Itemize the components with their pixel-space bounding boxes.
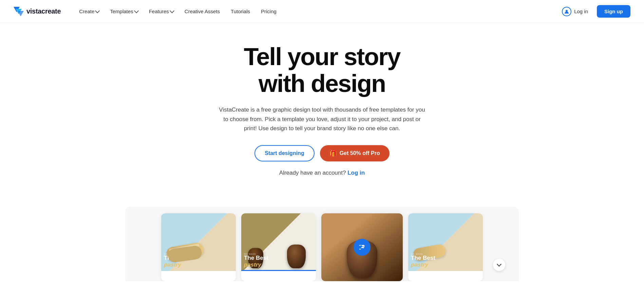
hero-cta-group: Start designing 🎁 Get 50% off Pro bbox=[254, 145, 390, 161]
gift-icon: 🎁 bbox=[329, 150, 337, 157]
preview-window: WE MADE The Best pastry bbox=[125, 207, 519, 281]
card-image-1: WE MADE The Best pastry bbox=[161, 213, 236, 271]
card-image-4: WE MADE The Best pastry bbox=[408, 213, 483, 271]
card-subtitle-1: pastry bbox=[164, 261, 233, 268]
logo-icon bbox=[14, 7, 24, 16]
hero-section: Tell your story with design VistaCreate … bbox=[0, 23, 644, 200]
nav-link-features[interactable]: Features bbox=[144, 6, 178, 17]
nav-item-features: Features bbox=[144, 6, 178, 17]
chevron-down-icon bbox=[134, 8, 139, 13]
hero-login-link[interactable]: Log in bbox=[347, 170, 365, 176]
shuffle-button[interactable] bbox=[354, 239, 371, 256]
card-brand-2: WE MADE bbox=[244, 253, 313, 255]
start-designing-button[interactable]: Start designing bbox=[254, 145, 314, 161]
nav-item-creative-assets: Creative Assets bbox=[180, 6, 225, 17]
preview-card-1: WE MADE The Best pastry bbox=[161, 213, 236, 281]
nav-link-creative-assets[interactable]: Creative Assets bbox=[180, 6, 225, 17]
signup-button[interactable]: Sign up bbox=[597, 5, 630, 18]
scroll-down-button[interactable] bbox=[493, 259, 505, 271]
card-overlay-1: WE MADE The Best pastry bbox=[164, 253, 233, 268]
card-brand-1: WE MADE bbox=[164, 253, 233, 255]
nav-link-pricing[interactable]: Pricing bbox=[256, 6, 281, 17]
card-subtitle-4: pastry bbox=[411, 261, 435, 268]
card-overlay-2: WE MADE The Best pastry bbox=[244, 253, 313, 268]
nav-item-create: Create bbox=[74, 6, 104, 17]
preview-section: WE MADE The Best pastry bbox=[118, 207, 526, 281]
nav-right: Log in Sign up bbox=[557, 4, 630, 19]
nav-link-tutorials[interactable]: Tutorials bbox=[226, 6, 255, 17]
logo[interactable]: vistacreate bbox=[14, 7, 61, 16]
navbar: vistacreate Create Templates Features Cr… bbox=[0, 0, 644, 23]
hero-description: VistaCreate is a free graphic design too… bbox=[217, 105, 427, 133]
card-brand-4: WE MADE bbox=[411, 253, 435, 255]
preview-card-4: WE MADE The Best pastry bbox=[408, 213, 483, 281]
nav-link-create[interactable]: Create bbox=[74, 6, 104, 17]
user-icon bbox=[562, 7, 571, 16]
card-progress-bar bbox=[241, 270, 316, 271]
card-title-4: The Best bbox=[411, 255, 435, 261]
card-subtitle-2: pastry bbox=[244, 261, 313, 268]
card-title-1: The Best bbox=[164, 255, 233, 261]
nav-item-pricing: Pricing bbox=[256, 6, 281, 17]
promo-button[interactable]: 🎁 Get 50% off Pro bbox=[320, 145, 390, 161]
card-image-2: WE MADE The Best pastry bbox=[241, 213, 316, 271]
chevron-down-icon bbox=[170, 8, 174, 13]
nav-item-tutorials: Tutorials bbox=[226, 6, 255, 17]
shuffle-icon bbox=[358, 244, 366, 251]
preview-card-2: WE MADE The Best pastry bbox=[241, 213, 316, 281]
logo-wordmark: vistacreate bbox=[26, 7, 61, 15]
card-image-3 bbox=[321, 213, 403, 281]
card-title-2: The Best bbox=[244, 255, 313, 261]
main-nav: Create Templates Features Creative Asset… bbox=[74, 6, 557, 17]
chevron-down-icon bbox=[95, 8, 100, 13]
chevron-down-icon bbox=[497, 262, 501, 267]
preview-card-3 bbox=[321, 213, 403, 281]
hero-account-text: Already have an account? Log in bbox=[279, 168, 365, 177]
hero-heading: Tell your story with design bbox=[244, 43, 400, 97]
nav-link-templates[interactable]: Templates bbox=[105, 6, 143, 17]
card-overlay-4: WE MADE The Best pastry bbox=[411, 253, 435, 268]
login-button[interactable]: Log in bbox=[557, 4, 593, 19]
preview-cards: WE MADE The Best pastry bbox=[132, 213, 512, 281]
nav-item-templates: Templates bbox=[105, 6, 143, 17]
